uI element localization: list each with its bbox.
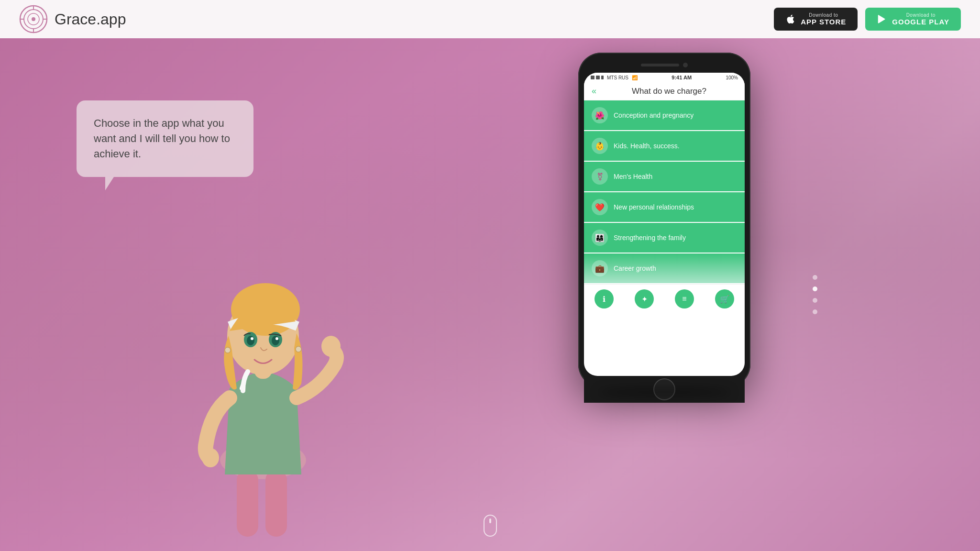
- speech-bubble-text: Choose in the app what you want and I wi…: [94, 117, 230, 160]
- item-icon-0: 🌺: [592, 107, 608, 123]
- signal-dot-3: [601, 76, 604, 79]
- carrier-text: MTS RUS: [607, 75, 628, 80]
- slide-dots: [813, 275, 817, 314]
- status-time: 9:41 AM: [672, 75, 692, 80]
- screen-title: What do we charge?: [601, 87, 737, 96]
- svg-point-19: [272, 336, 279, 345]
- menu-item-0[interactable]: 🌺 Conception and pregnancy: [584, 100, 745, 131]
- appstore-button[interactable]: Download to APP STORE: [774, 8, 858, 31]
- phone-camera: [683, 63, 688, 67]
- status-bar: MTS RUS 📶 9:41 AM 100%: [584, 73, 745, 82]
- scroll-indicator: [484, 515, 497, 537]
- svg-point-20: [251, 337, 253, 340]
- menu-item-2[interactable]: ⚧ Men's Health: [584, 162, 745, 192]
- appstore-label-big: APP STORE: [801, 18, 846, 26]
- item-label-3: New personal relationships: [614, 203, 694, 211]
- item-icon-5: 💼: [592, 260, 608, 276]
- slide-dot-3[interactable]: [813, 309, 817, 314]
- svg-rect-10: [265, 470, 287, 537]
- item-label-0: Conception and pregnancy: [614, 111, 694, 119]
- phone-menu-list: 🌺 Conception and pregnancy 👶 Kids. Healt…: [584, 100, 745, 284]
- svg-point-12: [202, 448, 219, 467]
- phone-shadow: [597, 387, 731, 397]
- svg-point-21: [275, 337, 278, 340]
- svg-point-18: [247, 336, 254, 345]
- menu-item-3[interactable]: ❤️ New personal relationships: [584, 192, 745, 223]
- signal-dot-1: [591, 76, 595, 79]
- item-label-2: Men's Health: [614, 173, 652, 180]
- googleplay-icon: [877, 14, 887, 24]
- nav-btn-1[interactable]: ✦: [635, 289, 654, 309]
- hero-section: Choose in the app what you want and I wi…: [0, 38, 980, 551]
- menu-item-4[interactable]: 👨‍👩‍👧 Strengthening the family: [584, 223, 745, 253]
- item-icon-1: 👶: [592, 138, 608, 154]
- back-arrow-icon[interactable]: «: [592, 86, 596, 96]
- header: Grace.app Download to APP STORE Download…: [0, 0, 980, 38]
- phone-outer: MTS RUS 📶 9:41 AM 100% « What do we char…: [578, 53, 750, 387]
- apple-icon: [785, 14, 796, 24]
- item-label-4: Strengthening the family: [614, 234, 686, 242]
- phone-speaker: [641, 64, 679, 66]
- svg-point-3: [32, 17, 35, 21]
- character-illustration: [163, 221, 363, 546]
- phone-screen: MTS RUS 📶 9:41 AM 100% « What do we char…: [584, 73, 745, 376]
- menu-item-5[interactable]: 💼 Career growth: [584, 253, 745, 284]
- phone-mockup: MTS RUS 📶 9:41 AM 100% « What do we char…: [578, 53, 750, 397]
- googleplay-button[interactable]: Download to GOOGLE PLAY: [865, 8, 961, 31]
- item-icon-2: ⚧: [592, 168, 608, 185]
- scroll-wheel: [489, 518, 491, 523]
- logo-area: Grace.app: [19, 5, 126, 33]
- svg-point-23: [296, 346, 301, 352]
- svg-rect-9: [237, 470, 258, 537]
- item-icon-3: ❤️: [592, 199, 608, 215]
- bottom-nav: ℹ✦≡🛒: [584, 284, 745, 313]
- wifi-icon: 📶: [632, 75, 638, 80]
- slide-dot-1[interactable]: [813, 287, 817, 291]
- speech-bubble: Choose in the app what you want and I wi…: [77, 100, 253, 177]
- phone-notch: [584, 58, 745, 72]
- scroll-mouse: [484, 515, 497, 537]
- battery-text: 100%: [726, 75, 738, 80]
- item-label-1: Kids. Health, success.: [614, 142, 680, 150]
- svg-point-11: [321, 336, 341, 357]
- header-buttons: Download to APP STORE Download to GOOGLE…: [774, 8, 961, 31]
- nav-btn-2[interactable]: ≡: [675, 289, 694, 309]
- phone-app-header: « What do we charge?: [584, 82, 745, 100]
- nav-btn-3[interactable]: 🛒: [715, 289, 734, 309]
- nav-btn-0[interactable]: ℹ: [595, 289, 614, 309]
- signal-dot-2: [596, 76, 600, 79]
- appstore-label-small: Download to: [801, 12, 846, 18]
- svg-point-22: [225, 347, 231, 353]
- slide-dot-2[interactable]: [813, 298, 817, 303]
- googleplay-label-big: GOOGLE PLAY: [892, 18, 949, 26]
- googleplay-label-small: Download to: [892, 12, 949, 18]
- logo-icon: [19, 5, 48, 33]
- slide-dot-0[interactable]: [813, 275, 817, 280]
- item-label-5: Career growth: [614, 264, 656, 272]
- logo-text: Grace.app: [55, 11, 126, 28]
- item-icon-4: 👨‍👩‍👧: [592, 230, 608, 246]
- menu-item-1[interactable]: 👶 Kids. Health, success.: [584, 131, 745, 162]
